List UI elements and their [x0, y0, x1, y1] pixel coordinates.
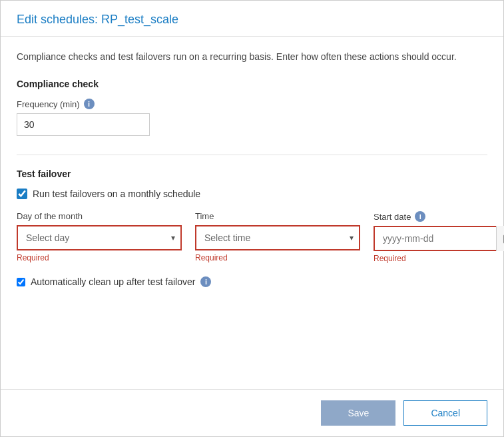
modal-body: Compliance checks and test failovers run… — [1, 37, 503, 389]
auto-cleanup-checkbox[interactable] — [17, 278, 25, 286]
frequency-input[interactable] — [17, 113, 150, 136]
cancel-button[interactable]: Cancel — [403, 400, 487, 426]
start-date-label: Start date i — [374, 211, 504, 222]
modal-header: Edit schedules: RP_test_scale — [1, 1, 503, 37]
auto-cleanup-label: Automatically clean up after test failov… — [31, 276, 195, 287]
save-button[interactable]: Save — [321, 400, 395, 426]
compliance-section: Compliance check Frequency (min) i — [17, 79, 487, 136]
monthly-checkbox[interactable] — [17, 189, 27, 199]
modal-container: Edit schedules: RP_test_scale Compliance… — [0, 0, 504, 437]
frequency-info-icon[interactable]: i — [84, 99, 95, 109]
page-title: Edit schedules: RP_test_scale — [17, 13, 487, 27]
day-select[interactable]: Select day — [17, 225, 182, 250]
time-label: Time — [195, 211, 360, 221]
test-failover-section: Test failover Run test failovers on a mo… — [17, 169, 487, 287]
start-date-input[interactable] — [374, 226, 504, 251]
schedule-fields-row: Day of the month Select day ▾ Required T… — [17, 211, 487, 263]
start-date-info-icon[interactable]: i — [415, 211, 425, 222]
calendar-button[interactable] — [496, 226, 504, 251]
monthly-schedule-row: Run test failovers on a monthly schedule — [17, 189, 487, 199]
day-select-wrapper: Select day ▾ — [17, 225, 182, 250]
time-select[interactable]: Select time — [195, 225, 360, 250]
start-date-wrapper — [374, 226, 504, 251]
time-select-wrapper: Select time ▾ — [195, 225, 360, 250]
start-date-required-text: Required — [374, 254, 504, 263]
compliance-section-title: Compliance check — [17, 79, 487, 89]
time-required-text: Required — [195, 253, 360, 262]
day-required-text: Required — [17, 253, 182, 262]
section-divider — [17, 155, 487, 155]
frequency-label: Frequency (min) i — [17, 99, 487, 109]
auto-cleanup-row: Automatically clean up after test failov… — [17, 276, 487, 287]
start-date-field-group: Start date i — [374, 211, 504, 263]
day-field-group: Day of the month Select day ▾ Required — [17, 211, 182, 262]
time-field-group: Time Select time ▾ Required — [195, 211, 360, 262]
day-label: Day of the month — [17, 211, 182, 221]
modal-footer: Save Cancel — [1, 389, 503, 436]
description-text: Compliance checks and test failovers run… — [17, 50, 487, 64]
monthly-checkbox-label: Run test failovers on a monthly schedule — [33, 189, 200, 199]
auto-cleanup-info-icon[interactable]: i — [200, 276, 211, 287]
test-failover-title: Test failover — [17, 169, 487, 179]
